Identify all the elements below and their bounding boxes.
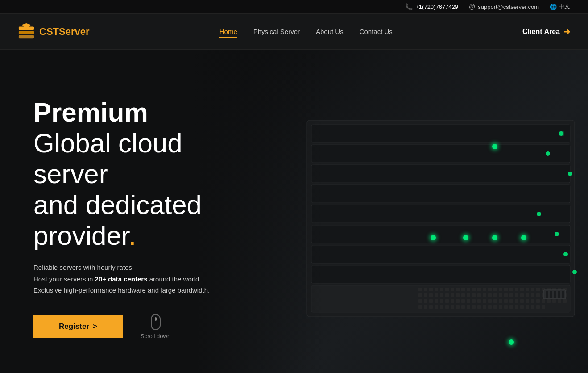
svg-rect-98 — [418, 305, 422, 309]
svg-rect-77 — [456, 299, 460, 303]
svg-rect-92 — [536, 299, 540, 303]
svg-rect-96 — [558, 299, 561, 303]
svg-rect-7 — [311, 165, 570, 183]
nav-item-about[interactable]: About Us — [316, 28, 344, 36]
scroll-mouse-icon — [151, 314, 161, 330]
hero-section: Premium Global cloud server and dedicate… — [0, 50, 588, 373]
svg-rect-19 — [445, 288, 449, 291]
svg-rect-62 — [526, 293, 529, 297]
nav-link-contact[interactable]: Contact Us — [360, 28, 393, 37]
svg-rect-47 — [445, 293, 449, 297]
svg-rect-6 — [311, 145, 570, 163]
svg-rect-26 — [483, 288, 486, 291]
svg-rect-117 — [520, 305, 524, 309]
phone-icon: 📞 — [405, 3, 413, 10]
svg-rect-130 — [546, 291, 548, 298]
svg-rect-86 — [504, 299, 508, 303]
hero-desc-line3: Exclusive high-performance hardware and … — [33, 285, 234, 296]
nav-link-physical-server[interactable]: Physical Server — [253, 28, 300, 37]
svg-rect-24 — [472, 288, 476, 291]
svg-rect-22 — [461, 288, 465, 291]
phone-number: +1(720)7677429 — [415, 4, 458, 10]
register-button[interactable]: Register > — [33, 315, 123, 338]
led-5 — [521, 235, 526, 240]
svg-rect-100 — [429, 305, 433, 309]
topbar-lang-item[interactable]: 🌐 中文 — [550, 3, 570, 11]
topbar-phone-item[interactable]: 📞 +1(720)7677429 — [405, 3, 458, 10]
svg-rect-1 — [19, 31, 34, 34]
svg-rect-59 — [509, 293, 513, 297]
hero-title-line3: and dedicated — [33, 190, 202, 220]
svg-rect-73 — [435, 299, 438, 303]
svg-rect-45 — [435, 293, 438, 297]
hero-content: Premium Global cloud server and dedicate… — [0, 97, 268, 339]
svg-rect-108 — [472, 305, 476, 309]
svg-rect-44 — [429, 293, 433, 297]
svg-rect-49 — [456, 293, 460, 297]
svg-rect-75 — [445, 299, 449, 303]
svg-rect-12 — [311, 265, 570, 283]
svg-rect-87 — [509, 299, 513, 303]
svg-rect-90 — [526, 299, 529, 303]
client-area-button[interactable]: Client Area ➜ — [522, 27, 570, 37]
svg-point-128 — [572, 270, 577, 274]
svg-rect-16 — [429, 288, 433, 291]
svg-rect-120 — [536, 305, 540, 309]
svg-rect-106 — [461, 305, 465, 309]
svg-rect-18 — [440, 288, 443, 291]
svg-rect-43 — [424, 293, 427, 297]
svg-rect-51 — [467, 293, 470, 297]
nav-item-home[interactable]: Home — [219, 28, 237, 36]
svg-rect-36 — [536, 288, 540, 291]
client-area-arrow-icon: ➜ — [563, 27, 570, 37]
svg-rect-81 — [477, 299, 481, 303]
svg-rect-133 — [558, 291, 560, 298]
nav-item-contact[interactable]: Contact Us — [360, 28, 393, 36]
hero-title-premium: Premium — [33, 97, 148, 127]
svg-rect-115 — [509, 305, 513, 309]
svg-rect-118 — [526, 305, 529, 309]
svg-rect-31 — [509, 288, 513, 291]
register-button-arrow: > — [93, 322, 97, 331]
navbar: CSTServer Home Physical Server About Us … — [0, 14, 588, 50]
svg-rect-11 — [311, 245, 570, 263]
lang-label: 中文 — [559, 3, 570, 11]
svg-rect-27 — [488, 288, 492, 291]
hero-title-line4: provider. — [33, 221, 136, 251]
svg-rect-104 — [451, 305, 454, 309]
svg-rect-93 — [542, 299, 545, 303]
email-address: support@cstserver.com — [478, 4, 539, 10]
svg-rect-112 — [493, 305, 497, 309]
svg-point-122 — [559, 131, 563, 136]
svg-rect-114 — [504, 305, 508, 309]
client-area-label: Client Area — [522, 28, 560, 36]
svg-rect-20 — [451, 288, 454, 291]
svg-rect-91 — [531, 299, 534, 303]
svg-rect-94 — [547, 299, 551, 303]
svg-rect-8 — [311, 185, 570, 203]
svg-rect-15 — [424, 288, 427, 291]
topbar-email-item[interactable]: @ support@cstserver.com — [469, 3, 539, 10]
svg-rect-113 — [499, 305, 502, 309]
svg-rect-101 — [435, 305, 438, 309]
hero-desc-line1: Reliable servers with hourly rates. — [33, 262, 234, 273]
svg-rect-2 — [19, 35, 34, 38]
nav-link-home[interactable]: Home — [219, 28, 237, 38]
svg-rect-72 — [429, 299, 433, 303]
svg-rect-10 — [311, 225, 570, 243]
server-rack-illustration — [240, 84, 588, 352]
svg-rect-109 — [477, 305, 481, 309]
email-icon: @ — [469, 3, 475, 10]
svg-rect-28 — [493, 288, 497, 291]
svg-rect-33 — [520, 288, 524, 291]
svg-rect-78 — [461, 299, 465, 303]
svg-rect-60 — [515, 293, 518, 297]
svg-rect-56 — [493, 293, 497, 297]
logo[interactable]: CSTServer — [18, 23, 90, 40]
nav-link-about[interactable]: About Us — [316, 28, 344, 37]
svg-rect-119 — [531, 305, 534, 309]
nav-item-physical-server[interactable]: Physical Server — [253, 28, 300, 36]
svg-rect-14 — [418, 288, 422, 291]
scroll-down-indicator[interactable]: Scroll down — [141, 314, 170, 339]
svg-rect-105 — [456, 305, 460, 309]
